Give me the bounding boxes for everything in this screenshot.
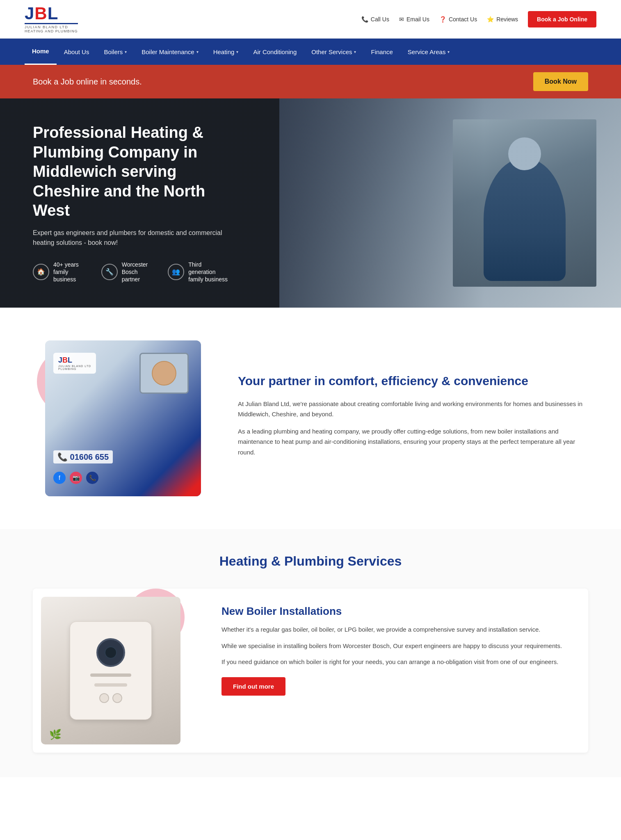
chevron-down-icon: ▾	[196, 50, 199, 54]
chevron-down-icon: ▾	[447, 50, 450, 54]
hero-badge-years: 🏠 40+ years family business	[33, 261, 85, 283]
reviews-label: Reviews	[496, 16, 518, 23]
contact-us-link[interactable]: ❓ Contact Us	[439, 16, 477, 23]
email-us-label: Email Us	[406, 16, 429, 23]
phone-social-icon[interactable]: 📞	[86, 472, 98, 484]
nav-home[interactable]: Home	[25, 39, 57, 65]
main-nav: Home About Us Boilers ▾ Boiler Maintenan…	[0, 39, 621, 65]
instagram-icon[interactable]: 📷	[70, 472, 82, 484]
about-para-2: As a leading plumbing and heating compan…	[238, 426, 588, 458]
chevron-down-icon: ▾	[354, 50, 356, 54]
nav-finance[interactable]: Finance	[363, 39, 400, 64]
contact-us-label: Contact Us	[449, 16, 477, 23]
contact-icon: ❓	[439, 16, 446, 23]
hero-section: Professional Heating & Plumbing Company …	[0, 98, 621, 308]
book-now-button[interactable]: Book Now	[533, 72, 588, 91]
hero-badge-worcester: 🔧 Worcester Bosch partner	[101, 261, 152, 283]
book-banner: Book a Job online in seconds. Book Now	[0, 65, 621, 98]
services-section: Heating & Plumbing Services �	[0, 529, 621, 777]
nav-boilers[interactable]: Boilers ▾	[96, 39, 134, 64]
hero-badge-family-text: Third generation family business	[188, 261, 230, 283]
years-badge-icon: 🏠	[33, 264, 49, 280]
hero-content: Professional Heating & Plumbing Company …	[0, 98, 263, 308]
nav-air-conditioning[interactable]: Air Conditioning	[246, 39, 304, 64]
logo-services-text: HEATING AND PLUMBING	[25, 29, 78, 33]
worcester-badge-icon: 🔧	[101, 264, 118, 280]
logo-company-name: JULIAN BLAND LTD	[25, 25, 68, 29]
about-content: Your partner in comfort, efficiency & co…	[238, 373, 588, 464]
service-image-container: 🌿	[41, 597, 197, 744]
top-bar: JBL JULIAN BLAND LTD HEATING AND PLUMBIN…	[0, 0, 621, 39]
service-para-1: Whether it's a regular gas boiler, oil b…	[221, 624, 580, 635]
logo-text: JBL	[25, 5, 58, 22]
service-card-boiler: 🌿 New Boiler Installations Whether it's …	[33, 589, 588, 753]
family-badge-icon: 👥	[168, 264, 184, 280]
service-boiler-image: 🌿	[41, 597, 180, 744]
chevron-down-icon: ▾	[125, 50, 127, 54]
about-title: Your partner in comfort, efficiency & co…	[238, 373, 588, 389]
about-section: JBL JULIAN BLAND LTD PLUMBING 📞 01606 65…	[0, 308, 621, 529]
phone-icon: 📞	[361, 16, 368, 23]
nav-heating[interactable]: Heating ▾	[206, 39, 246, 64]
hero-badge-years-text: 40+ years family business	[53, 261, 85, 283]
call-us-link[interactable]: 📞 Call Us	[361, 16, 389, 23]
nav-other-services[interactable]: Other Services ▾	[304, 39, 363, 64]
nav-service-areas[interactable]: Service Areas ▾	[400, 39, 457, 64]
email-us-link[interactable]: ✉ Email Us	[399, 16, 429, 23]
about-para-1: At Julian Bland Ltd, we're passionate ab…	[238, 399, 588, 420]
hero-subtitle: Expert gas engineers and plumbers for do…	[33, 228, 230, 248]
book-job-button[interactable]: Book a Job Online	[528, 11, 596, 27]
hero-worker-image	[279, 98, 621, 308]
service-para-3: If you need guidance on which boiler is …	[221, 657, 580, 667]
email-icon: ✉	[399, 16, 404, 23]
book-banner-text: Book a Job online in seconds.	[33, 77, 142, 87]
hero-badge-family: 👥 Third generation family business	[168, 261, 230, 283]
facebook-icon[interactable]: f	[53, 472, 66, 484]
reviews-link[interactable]: ⭐ Reviews	[487, 16, 518, 23]
top-bar-links: 📞 Call Us ✉ Email Us ❓ Contact Us ⭐ Revi…	[361, 11, 596, 27]
service-para-2: While we specialise in installing boiler…	[221, 641, 580, 651]
star-icon: ⭐	[487, 16, 494, 23]
hero-badge-worcester-text: Worcester Bosch partner	[122, 261, 152, 283]
call-us-label: Call Us	[371, 16, 389, 23]
service-name: New Boiler Installations	[221, 605, 580, 618]
services-title: Heating & Plumbing Services	[33, 554, 588, 569]
logo: JBL JULIAN BLAND LTD HEATING AND PLUMBIN…	[25, 5, 78, 33]
hero-badges: 🏠 40+ years family business 🔧 Worcester …	[33, 261, 230, 283]
about-van-image: JBL JULIAN BLAND LTD PLUMBING 📞 01606 65…	[45, 340, 201, 496]
hero-title: Professional Heating & Plumbing Company …	[33, 123, 230, 221]
logo-underline	[25, 23, 78, 24]
nav-boiler-maintenance[interactable]: Boiler Maintenance ▾	[134, 39, 205, 64]
about-image-container: JBL JULIAN BLAND LTD PLUMBING 📞 01606 65…	[33, 340, 205, 496]
chevron-down-icon: ▾	[236, 50, 238, 54]
nav-about-us[interactable]: About Us	[57, 39, 97, 64]
find-out-more-button[interactable]: Find out more	[221, 677, 285, 696]
service-content: New Boiler Installations Whether it's a …	[221, 597, 580, 696]
